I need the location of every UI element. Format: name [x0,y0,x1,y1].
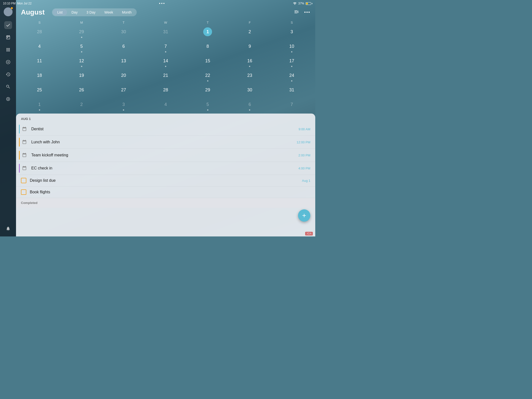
calendar-day-number: 21 [161,71,170,80]
sidebar-item-focus[interactable] [4,95,12,103]
calendar-day-cell[interactable]: 31 [145,25,187,40]
event-list-item[interactable]: EC check in4:00 PM [16,162,315,175]
sidebar-item-calendar[interactable] [4,33,12,41]
calendar-day-cell[interactable]: 8 [187,40,229,54]
calendar-day-cell[interactable]: 7 [145,40,187,54]
calendar-day-cell[interactable]: 30 [229,83,271,98]
event-color-indicator [19,138,20,147]
calendar-day-cell[interactable]: 5 [61,40,103,54]
calendar-day-number: 19 [77,71,86,80]
calendar-day-cell[interactable]: 31 [271,83,313,98]
event-color-indicator [19,151,20,160]
calendar-day-number: 7 [161,42,170,51]
calendar-day-cell[interactable]: 20 [102,69,145,83]
view-btn-3day[interactable]: 3 Day [82,9,100,16]
event-title: Dentist [31,127,299,131]
battery-percent: 37% [298,2,304,5]
calendar-day-cell[interactable]: 24 [271,69,313,83]
calendar-event-icon [21,139,28,146]
calendar-day-cell[interactable]: 25 [18,83,61,98]
day-header-wed: W [145,21,187,24]
calendar-day-cell[interactable]: 1 [18,98,61,113]
calendar-day-cell[interactable]: 9 [229,40,271,54]
calendar-day-cell[interactable]: 6 [102,40,145,54]
three-dots-center: ••• [159,1,166,6]
event-title: EC check in [31,166,299,170]
calendar-day-cell[interactable]: 17 [271,54,313,69]
event-list-item[interactable]: Dentist9:00 AM [16,123,315,136]
calendar-day-cell[interactable]: 19 [61,69,103,83]
calendar-day-number: 9 [245,42,254,51]
calendar-day-cell[interactable]: 12 [61,54,103,69]
calendar-day-number: 17 [287,56,296,65]
calendar-day-cell[interactable]: 23 [229,69,271,83]
calendar-day-cell[interactable]: 28 [145,83,187,98]
calendar-day-cell[interactable]: 14 [145,54,187,69]
calendar-day-cell[interactable]: 22 [187,69,229,83]
calendar-day-cell[interactable]: 29 [61,25,103,40]
avatar[interactable] [4,7,13,16]
day-header-tue: T [102,21,145,24]
calendar-day-cell[interactable]: 4 [18,40,61,54]
calendar-day-cell[interactable]: 15 [187,54,229,69]
calendar-day-cell[interactable]: 29 [187,83,229,98]
calendar-day-cell[interactable]: 1 [187,25,229,40]
sidebar-item-clock[interactable] [4,58,12,66]
calendar-day-number: 7 [287,100,296,109]
calendar-day-number: 28 [35,27,44,36]
battery-icon [306,2,312,5]
sidebar-item-notifications[interactable] [4,225,12,233]
calendar-day-cell[interactable]: 5 [187,98,229,113]
event-list-item[interactable]: Lunch with John12:00 PM [16,136,315,149]
view-btn-month[interactable]: Month [117,9,136,16]
calendar-day-number: 6 [119,42,128,51]
calendar-day-cell[interactable]: 27 [102,83,145,98]
sidebar-item-tasks[interactable] [4,21,12,29]
calendar-day-cell[interactable]: 7 [271,98,313,113]
calendar-day-number: 15 [203,56,212,65]
sidebar-item-search[interactable] [4,83,12,91]
calendar-day-cell[interactable]: 16 [229,54,271,69]
calendar-day-cell[interactable]: 21 [145,69,187,83]
calendar-day-cell[interactable]: 4 [145,98,187,113]
calendar-day-cell[interactable]: 30 [102,25,145,40]
calendar-day-cell[interactable]: 26 [61,83,103,98]
calendar-day-number: 29 [203,85,212,94]
calendar-day-number: 3 [119,100,128,109]
event-time: Aug 1 [302,179,310,183]
calendar-event-dot [291,51,292,52]
calendar-day-cell[interactable]: 11 [18,54,61,69]
calendar-grid: 2829303112345678910111213141516171819202… [18,25,313,113]
calendar-day-cell[interactable]: 2 [229,25,271,40]
calendar-day-cell[interactable]: 6 [229,98,271,113]
calendar-view-icon[interactable] [294,9,299,16]
view-switcher: List Day 3 Day Week Month [52,8,137,16]
calendar-event-dot [123,109,124,111]
calendar-day-number: 5 [77,42,86,51]
event-list-item[interactable]: Team kickoff meeting2:00 PM [16,149,315,162]
calendar-day-cell[interactable]: 18 [18,69,61,83]
calendar-event-dot [39,109,40,111]
status-bar-left: 10:10 PM Mon Jul 22 [3,2,32,5]
view-btn-day[interactable]: Day [67,9,82,16]
calendar-day-cell[interactable]: 3 [271,25,313,40]
calendar-day-cell[interactable]: 2 [61,98,103,113]
event-list-item[interactable]: Book flights [16,186,315,198]
calendar-day-cell[interactable]: 3 [102,98,145,113]
calendar-day-cell[interactable]: 13 [102,54,145,69]
view-btn-list[interactable]: List [53,9,67,16]
sidebar-item-apps[interactable] [4,46,12,54]
sidebar-item-history[interactable] [4,70,12,78]
calendar-day-number: 14 [161,56,170,65]
calendar-day-number: 25 [35,85,44,94]
calendar-day-cell[interactable]: 28 [18,25,61,40]
event-title: Team kickoff meeting [31,153,299,157]
events-date-header: AUG 1 [16,114,315,123]
add-event-button[interactable]: + [298,209,310,222]
calendar-day-cell[interactable]: 10 [271,40,313,54]
more-options-icon[interactable]: ••• [304,10,310,15]
calendar-day-number: 2 [77,100,86,109]
view-btn-week[interactable]: Week [100,9,118,16]
svg-point-1 [7,62,9,63]
event-list-item[interactable]: Design list dueAug 1 [16,175,315,186]
